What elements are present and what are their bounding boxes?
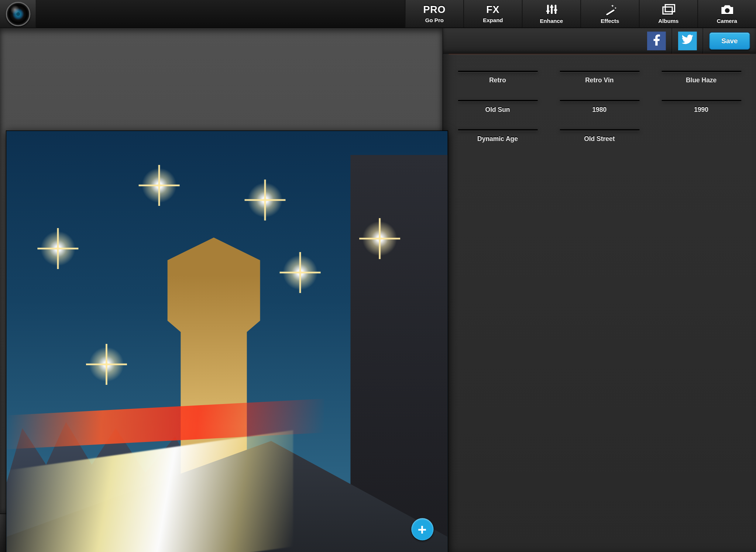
- svg-rect-5: [553, 9, 557, 11]
- share-facebook[interactable]: [647, 31, 666, 50]
- albums-icon: [661, 4, 676, 17]
- twitter-icon: [681, 34, 693, 47]
- filter-thumb: [458, 100, 537, 101]
- filter-retrovin[interactable]: Retro Vin: [560, 71, 639, 84]
- svg-rect-6: [606, 9, 615, 15]
- filter-thumb: [560, 129, 639, 130]
- filter-label: 1980: [592, 106, 606, 113]
- enhance-label: Enhance: [540, 18, 563, 24]
- plus-icon: +: [411, 518, 433, 540]
- filter-label: Old Street: [584, 135, 615, 142]
- nav-albums[interactable]: Albums: [639, 0, 698, 27]
- save-label: Save: [721, 37, 738, 45]
- image-preview[interactable]: [6, 130, 448, 552]
- fx-title: FX: [486, 4, 499, 16]
- nav-expand[interactable]: FX Expand: [463, 0, 522, 27]
- save-button[interactable]: Save: [709, 32, 750, 49]
- filter-label: Retro Vin: [585, 77, 614, 84]
- filter-label: Retro: [489, 77, 506, 84]
- toolbar-spacer: [36, 0, 405, 27]
- nav-effects[interactable]: Effects: [580, 0, 639, 27]
- filter-oldstreet[interactable]: Old Street: [560, 129, 639, 142]
- filter-thumb: [560, 71, 639, 72]
- filter-thumb: [560, 100, 639, 101]
- facebook-icon: [651, 34, 662, 48]
- filter-label: Blue Haze: [686, 77, 717, 84]
- filter-thumb: [662, 100, 741, 101]
- svg-rect-3: [546, 11, 550, 12]
- svg-point-9: [725, 8, 729, 13]
- svg-rect-0: [547, 5, 549, 14]
- top-toolbar: PRO Go Pro FX Expand Enhance: [0, 0, 756, 28]
- nav-enhance[interactable]: Enhance: [522, 0, 581, 27]
- pro-title: PRO: [423, 4, 446, 16]
- right-pane: Save RetroRetro VinBlue HazeOld Sun19801…: [442, 28, 756, 552]
- nav-camera[interactable]: Camera: [697, 0, 756, 27]
- magic-wand-icon: [603, 4, 617, 17]
- fx-sub: Expand: [483, 17, 503, 23]
- camera-label: Camera: [717, 18, 737, 24]
- filter-1990[interactable]: 1990: [662, 100, 741, 113]
- filter-1980[interactable]: 1980: [560, 100, 639, 113]
- camera-icon: [719, 4, 735, 17]
- filter-retro[interactable]: Retro: [458, 71, 537, 84]
- svg-rect-8: [665, 5, 674, 12]
- panel-divider: [449, 54, 750, 55]
- action-bar: Save: [443, 28, 756, 54]
- filter-label: Dynamic Age: [477, 135, 518, 142]
- svg-rect-1: [550, 5, 552, 14]
- filter-thumb: [662, 71, 741, 72]
- albums-label: Albums: [658, 18, 678, 24]
- filter-thumb: [458, 71, 537, 72]
- filters-grid: RetroRetro VinBlue HazeOld Sun19801990Dy…: [443, 59, 756, 154]
- canvas-zone: [0, 28, 442, 514]
- pro-sub: Go Pro: [425, 17, 444, 23]
- svg-rect-7: [663, 7, 672, 14]
- effects-label: Effects: [601, 18, 619, 24]
- filter-dynamic[interactable]: Dynamic Age: [458, 129, 537, 142]
- filter-label: Old Sun: [485, 106, 510, 113]
- svg-rect-4: [550, 6, 553, 8]
- share-twitter[interactable]: [678, 31, 697, 50]
- filter-thumb: [458, 129, 537, 130]
- filter-oldsun[interactable]: Old Sun: [458, 100, 537, 113]
- main-area: + Add Save: [0, 28, 756, 552]
- filter-bluehaze[interactable]: Blue Haze: [662, 71, 741, 84]
- sliders-icon: [545, 4, 558, 17]
- filter-label: 1990: [694, 106, 708, 113]
- app-root: PRO Go Pro FX Expand Enhance: [0, 0, 756, 552]
- left-pane: + Add: [0, 28, 442, 552]
- nav-go-pro[interactable]: PRO Go Pro: [405, 0, 464, 27]
- app-logo-lens[interactable]: [0, 0, 36, 27]
